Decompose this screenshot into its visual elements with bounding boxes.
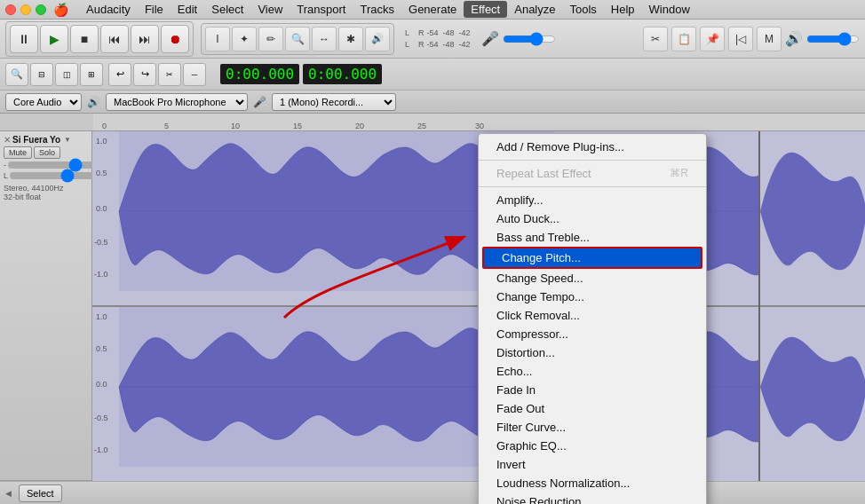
- input-meter: L R -54 -48 -42: [405, 40, 471, 49]
- output-volume-slider[interactable]: [806, 35, 860, 43]
- menu-window[interactable]: Window: [642, 1, 697, 18]
- trim-icon[interactable]: |◁: [728, 27, 753, 51]
- menu-transport[interactable]: Transport: [290, 1, 353, 18]
- speaker-device-icon: 🔊: [87, 96, 100, 108]
- undo-button[interactable]: ↩: [108, 63, 131, 86]
- mute-button[interactable]: Mute: [4, 146, 32, 159]
- mute-solo-controls: Mute Solo: [4, 146, 88, 159]
- menu-analyze[interactable]: Analyze: [507, 1, 562, 18]
- menu-file[interactable]: File: [138, 1, 171, 18]
- close-button[interactable]: [5, 4, 16, 15]
- track-menu-icon[interactable]: ▼: [64, 136, 71, 144]
- skip-start-button[interactable]: ⏮: [100, 25, 129, 53]
- mic-area: 🎤: [481, 30, 556, 47]
- menu-effect[interactable]: Effect: [464, 1, 507, 18]
- right-toolbar: ✂ 📋 📌 |◁ M 🔊: [643, 27, 860, 51]
- apple-menu[interactable]: 🍎: [53, 3, 68, 17]
- effect-distortion[interactable]: Distortion...: [479, 343, 706, 362]
- track-controls: ✕ Si Fuera Yo ▼ Mute Solo - + L: [0, 131, 92, 481]
- record-button[interactable]: ⏺: [161, 25, 189, 53]
- effect-compressor[interactable]: Compressor...: [479, 325, 706, 343]
- menu-divider-1: [479, 160, 706, 161]
- microphone-icon: 🎤: [481, 30, 499, 47]
- mic-device-icon: 🎤: [253, 96, 266, 108]
- effect-loudness-normalization[interactable]: Loudness Normalization...: [479, 474, 706, 492]
- effect-bass-treble[interactable]: Bass and Treble...: [479, 228, 706, 247]
- silence-icon[interactable]: M: [757, 27, 782, 51]
- draw-tool[interactable]: ✏: [258, 27, 283, 51]
- scissors-icon[interactable]: ✂: [643, 27, 668, 51]
- zoom-out-button[interactable]: ⊟: [30, 63, 53, 86]
- menu-edit[interactable]: Edit: [171, 1, 204, 18]
- effect-graphic-eq[interactable]: Graphic EQ...: [479, 437, 706, 455]
- cursor-tool[interactable]: I: [205, 27, 230, 51]
- effect-change-tempo[interactable]: Change Tempo...: [479, 287, 706, 306]
- silence-button[interactable]: ─: [183, 63, 206, 86]
- menu-select[interactable]: Select: [204, 1, 250, 18]
- channel-select[interactable]: 1 (Mono) Recordi...: [272, 93, 396, 111]
- track-bit-depth: 32-bit float: [4, 193, 88, 201]
- pause-button[interactable]: ⏸: [10, 25, 38, 53]
- play-button[interactable]: ▶: [40, 25, 68, 53]
- fit-project-button[interactable]: ⊞: [80, 63, 103, 86]
- track-sample-rate: Stereo, 44100Hz: [4, 184, 88, 193]
- zoom-in-button[interactable]: 🔍: [5, 63, 28, 86]
- effect-amplify[interactable]: Amplify...: [479, 191, 706, 209]
- menu-help[interactable]: Help: [604, 1, 642, 18]
- stop-button[interactable]: ■: [70, 25, 99, 53]
- skip-end-button[interactable]: ⏭: [131, 25, 159, 53]
- effect-auto-duck[interactable]: Auto Duck...: [479, 209, 706, 228]
- effect-dropdown-menu: Add / Remove Plug-ins... Repeat Last Eff…: [478, 133, 707, 504]
- menu-audacity[interactable]: Audacity: [79, 1, 138, 18]
- tick-20: 20: [355, 122, 364, 130]
- minimize-button[interactable]: [20, 4, 31, 15]
- edit-tools: ↩ ↪ ✂ ─: [108, 63, 206, 86]
- svg-text:-0.5: -0.5: [94, 413, 108, 422]
- pan-l-label: L: [4, 171, 8, 180]
- effect-change-pitch[interactable]: Change Pitch...: [482, 247, 702, 269]
- effect-fade-in[interactable]: Fade In: [479, 381, 706, 399]
- effect-invert[interactable]: Invert: [479, 455, 706, 474]
- effect-filter-curve[interactable]: Filter Curve...: [479, 418, 706, 437]
- svg-text:0.0: 0.0: [96, 204, 107, 213]
- effect-fade-out[interactable]: Fade Out: [479, 399, 706, 418]
- tick-30: 30: [475, 122, 484, 130]
- paste-icon[interactable]: 📌: [700, 27, 725, 51]
- effect-noise-reduction[interactable]: Noise Reduction...: [479, 492, 706, 504]
- main-area: 0 5 10 15 20 25 30 ✕ Si Fuera Yo ▼ Mute: [0, 114, 865, 504]
- trim-button[interactable]: ✂: [158, 63, 181, 86]
- menu-view[interactable]: View: [250, 1, 290, 18]
- track-area: ✕ Si Fuera Yo ▼ Mute Solo - + L: [0, 131, 865, 481]
- effect-echo[interactable]: Echo...: [479, 362, 706, 381]
- transport-controls: ⏸ ▶ ■ ⏮ ⏭ ⏺: [5, 21, 194, 57]
- effect-repeat-last: Repeat Last Effect ⌘R: [479, 164, 706, 183]
- select-button[interactable]: Select: [19, 484, 62, 502]
- maximize-button[interactable]: [36, 4, 46, 15]
- solo-button[interactable]: Solo: [34, 146, 60, 159]
- menu-tracks[interactable]: Tracks: [353, 1, 401, 18]
- time-shift-tool[interactable]: ↔: [312, 27, 337, 51]
- effect-click-removal[interactable]: Click Removal...: [479, 306, 706, 325]
- svg-text:-0.5: -0.5: [94, 238, 108, 247]
- effect-change-speed[interactable]: Change Speed...: [479, 269, 706, 287]
- input-device-select[interactable]: MacBook Pro Microphone: [106, 93, 248, 111]
- copy-icon[interactable]: 📋: [671, 27, 696, 51]
- redo-button[interactable]: ↪: [133, 63, 156, 86]
- track-close-icon[interactable]: ✕: [4, 135, 11, 145]
- input-volume-slider[interactable]: [503, 35, 556, 43]
- svg-text:1.0: 1.0: [96, 137, 107, 146]
- menu-tools[interactable]: Tools: [562, 1, 603, 18]
- right-waveform-area: [758, 131, 865, 481]
- tools-group: I ✦ ✏ 🔍 ↔ ✱ 🔊: [201, 23, 394, 55]
- speaker-icon[interactable]: 🔊: [365, 27, 390, 51]
- effect-add-plugins[interactable]: Add / Remove Plug-ins...: [479, 138, 706, 156]
- track-info: Stereo, 44100Hz 32-bit float: [4, 184, 88, 201]
- window-controls: [5, 4, 46, 15]
- envelope-tool[interactable]: ✦: [232, 27, 257, 51]
- multi-tool[interactable]: ✱: [338, 27, 363, 51]
- fit-selection-button[interactable]: ◫: [55, 63, 78, 86]
- scroll-left-icon[interactable]: ◀: [5, 489, 12, 498]
- menu-generate[interactable]: Generate: [401, 1, 464, 18]
- zoom-tool[interactable]: 🔍: [285, 27, 310, 51]
- host-select[interactable]: Core Audio: [5, 93, 82, 111]
